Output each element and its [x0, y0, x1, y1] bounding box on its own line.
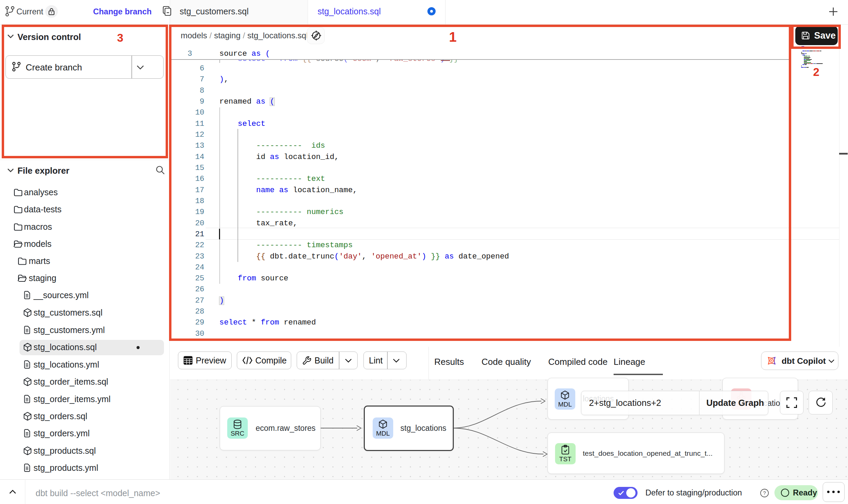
svg-text:?: ? [763, 490, 766, 496]
